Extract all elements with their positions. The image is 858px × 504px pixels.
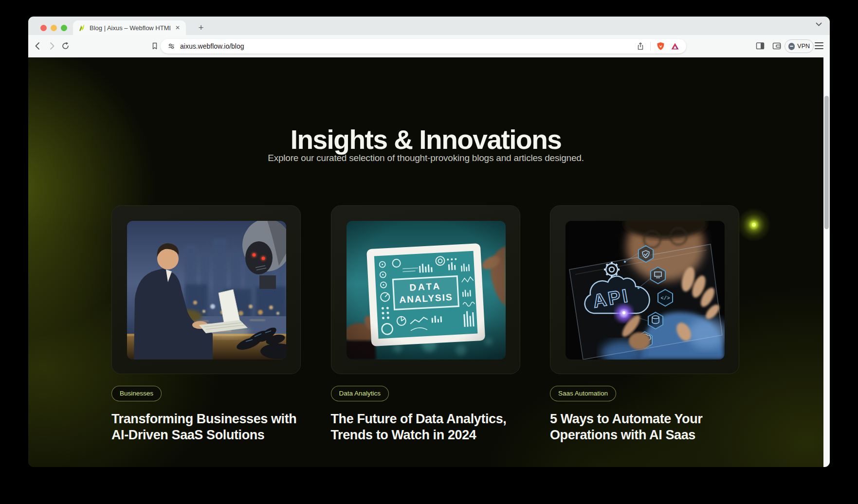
brave-rewards-bat-icon[interactable] <box>671 42 679 50</box>
page-subtitle: Explore our curated selection of thought… <box>28 153 823 163</box>
favicon-icon <box>78 24 86 32</box>
card-image-data-analysis-tablet: DATA ANALYSIS <box>347 221 506 360</box>
wallet-icon[interactable] <box>772 42 782 50</box>
card-image-frame[interactable]: API <box>550 205 739 374</box>
code-glyph: </> <box>661 295 670 301</box>
tab-close-icon[interactable]: ✕ <box>174 24 181 32</box>
reload-button[interactable] <box>61 42 70 50</box>
divider <box>650 42 651 51</box>
vpn-status-icon <box>788 43 795 50</box>
tab-bar: Blog | Aixus – Webflow HTML ✕ + <box>28 17 830 35</box>
vpn-label: VPN <box>797 43 810 50</box>
brave-shield-icon[interactable] <box>657 42 665 51</box>
fullscreen-window-button[interactable] <box>61 25 67 31</box>
bookmark-icon[interactable] <box>151 42 159 50</box>
category-tag[interactable]: Businesses <box>111 386 162 401</box>
forward-button[interactable] <box>48 42 55 50</box>
sidebar-toggle-icon[interactable] <box>756 42 765 50</box>
page-scrollbar[interactable] <box>823 57 830 467</box>
blog-card-grid: Businesses Transforming Businesses with … <box>111 205 739 443</box>
browser-window: Blog | Aixus – Webflow HTML ✕ + <box>28 17 830 467</box>
site-settings-tune-icon[interactable] <box>167 42 175 50</box>
menu-icon[interactable] <box>815 42 823 51</box>
card-image-frame[interactable]: DATA ANALYSIS <box>331 205 520 374</box>
blog-card-businesses[interactable]: Businesses Transforming Businesses with … <box>111 205 301 443</box>
new-tab-button[interactable]: + <box>195 20 207 35</box>
decorative-glow-dot <box>737 208 771 242</box>
url-text[interactable]: aixus.webflow.io/blog <box>180 42 244 50</box>
card-image-api-touchscreen: API <box>566 221 725 360</box>
browser-toolbar: aixus.webflow.io/blog <box>28 35 830 57</box>
vpn-button[interactable]: VPN <box>785 39 814 53</box>
card-title-link[interactable]: 5 Ways to Automate Your Operations with … <box>550 411 739 443</box>
blog-card-data-analytics[interactable]: DATA ANALYSIS Data Analytics The Future … <box>331 205 520 443</box>
tab-title: Blog | Aixus – Webflow HTML <box>90 24 170 32</box>
tab-search-chevron-icon[interactable] <box>816 22 822 27</box>
scrollbar-thumb[interactable] <box>824 96 829 229</box>
card-image-frame[interactable] <box>111 205 301 374</box>
browser-tab[interactable]: Blog | Aixus – Webflow HTML ✕ <box>73 20 186 35</box>
card-title-link[interactable]: The Future of Data Analytics, Trends to … <box>331 411 520 443</box>
page-title: Insights & Innovations <box>28 124 823 155</box>
back-button[interactable] <box>34 42 42 50</box>
card-image-ai-businessman <box>127 221 286 360</box>
minimize-window-button[interactable] <box>51 25 57 31</box>
close-window-button[interactable] <box>40 25 47 31</box>
address-bar[interactable]: aixus.webflow.io/blog <box>161 39 686 54</box>
page-viewport: Insights & Innovations Explore our curat… <box>28 57 830 467</box>
share-icon[interactable] <box>637 42 644 51</box>
blog-card-saas-automation[interactable]: API <box>550 205 739 443</box>
category-tag[interactable]: Data Analytics <box>331 386 389 401</box>
card-title-link[interactable]: Transforming Businesses with AI-Driven S… <box>111 411 301 443</box>
category-tag[interactable]: Saas Automation <box>550 386 616 401</box>
